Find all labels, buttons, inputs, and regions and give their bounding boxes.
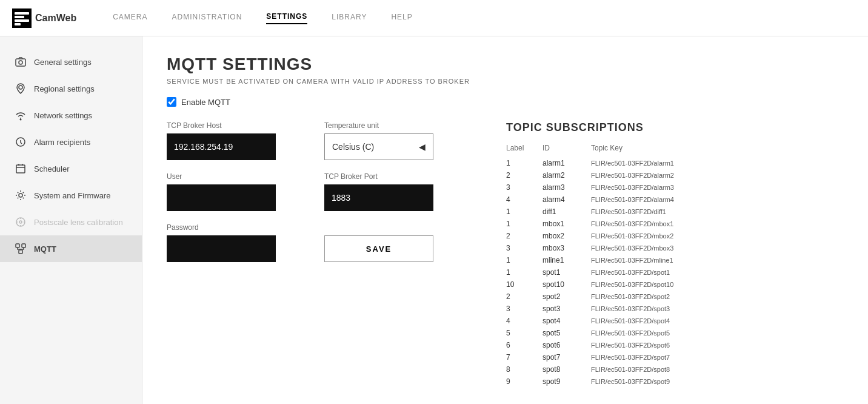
table-row: 10spot10FLIR/ec501-03FF2D/spot10 xyxy=(506,278,674,291)
table-row: 1spot1FLIR/ec501-03FF2D/spot1 xyxy=(506,266,674,278)
temp-unit-value: Celsius (C) xyxy=(332,142,374,152)
tcp-broker-host-group: TCP Broker Host xyxy=(167,121,300,160)
cell-label: 7 xyxy=(506,351,542,363)
cell-key: FLIR/ec501-03FF2D/spot7 xyxy=(591,351,674,363)
cell-key: FLIR/ec501-03FF2D/spot5 xyxy=(591,327,674,339)
sidebar-item-postscale-lens-calibration: Postscale lens calibration xyxy=(0,209,142,235)
svg-point-12 xyxy=(19,221,22,223)
cell-id: mline1 xyxy=(542,254,591,266)
topic-subscriptions-title: TOPIC SUBSCRIPTIONS xyxy=(506,121,674,134)
main-content: MQTT SETTINGS SERVICE MUST BE ACTIVATED … xyxy=(142,36,868,404)
tcp-broker-host-label: TCP Broker Host xyxy=(167,121,300,130)
cell-key: FLIR/ec501-03FF2D/spot6 xyxy=(591,339,674,351)
cell-key: FLIR/ec501-03FF2D/spot8 xyxy=(591,363,674,375)
cell-label: 1 xyxy=(506,157,542,169)
sidebar-item-regional-settings[interactable]: Regional settings xyxy=(0,75,142,102)
nav-item-help[interactable]: HELP xyxy=(391,13,412,24)
nav-item-settings[interactable]: SETTINGS xyxy=(266,12,307,24)
page-subtitle: SERVICE MUST BE ACTIVATED ON CAMERA WITH… xyxy=(167,78,844,85)
topic-table-header: Label ID Topic Key xyxy=(506,144,674,157)
svg-rect-15 xyxy=(19,250,22,254)
cell-label: 10 xyxy=(506,278,542,291)
cell-key: FLIR/ec501-03FF2D/alarm4 xyxy=(591,194,674,206)
password-input[interactable] xyxy=(167,235,276,262)
location-icon xyxy=(15,82,27,95)
table-row: 8spot8FLIR/ec501-03FF2D/spot8 xyxy=(506,363,674,375)
svg-point-7 xyxy=(20,119,21,120)
topic-subscriptions-section: TOPIC SUBSCRIPTIONS Label ID Topic Key 1… xyxy=(494,121,674,388)
cell-label: 5 xyxy=(506,327,542,339)
cell-label: 3 xyxy=(506,242,542,254)
tcp-broker-host-input[interactable] xyxy=(167,133,276,160)
svg-point-5 xyxy=(19,61,22,64)
svg-rect-2 xyxy=(15,19,29,22)
cell-label: 2 xyxy=(506,230,542,242)
cell-id: spot7 xyxy=(542,351,591,363)
table-row: 5spot5FLIR/ec501-03FF2D/spot5 xyxy=(506,327,674,339)
user-input[interactable] xyxy=(167,184,276,211)
page-title: MQTT SETTINGS xyxy=(167,55,844,74)
sidebar-item-label: MQTT xyxy=(34,244,56,254)
cell-label: 2 xyxy=(506,169,542,181)
sidebar-item-scheduler[interactable]: Scheduler xyxy=(0,155,142,182)
cell-id: alarm1 xyxy=(542,157,591,169)
nav-item-library[interactable]: LIBRARY xyxy=(332,13,367,24)
cell-id: mbox2 xyxy=(542,230,591,242)
cell-id: alarm3 xyxy=(542,181,591,194)
table-row: 3mbox3FLIR/ec501-03FF2D/mbox3 xyxy=(506,242,674,254)
password-group: Password xyxy=(167,223,300,262)
svg-point-6 xyxy=(19,86,22,89)
password-label: Password xyxy=(167,223,300,232)
sidebar-item-label: Alarm recipients xyxy=(34,138,90,147)
user-group: User xyxy=(167,172,300,211)
cell-label: 1 xyxy=(506,266,542,278)
cell-key: FLIR/ec501-03FF2D/spot4 xyxy=(591,315,674,327)
cell-key: FLIR/ec501-03FF2D/diff1 xyxy=(591,206,674,218)
svg-rect-3 xyxy=(15,23,21,25)
col-label: Label xyxy=(506,144,542,157)
table-row: 2spot2FLIR/ec501-03FF2D/spot2 xyxy=(506,291,674,303)
table-row: 2mbox2FLIR/ec501-03FF2D/mbox2 xyxy=(506,230,674,242)
temp-unit-select[interactable]: Celsius (C) ◀ xyxy=(324,133,433,160)
col-topic-key: Topic Key xyxy=(591,144,674,157)
svg-point-10 xyxy=(19,194,22,197)
cell-label: 1 xyxy=(506,254,542,266)
cell-key: FLIR/ec501-03FF2D/alarm3 xyxy=(591,181,674,194)
topic-subscriptions-table: Label ID Topic Key 1alarm1FLIR/ec501-03F… xyxy=(506,144,674,388)
logo-text: CamWeb xyxy=(35,13,76,24)
nav-item-camera[interactable]: CAMERA xyxy=(113,13,147,24)
sidebar: General settingsRegional settingsNetwork… xyxy=(0,36,142,404)
cell-id: alarm2 xyxy=(542,169,591,181)
tcp-broker-port-input[interactable] xyxy=(324,184,433,211)
cell-key: FLIR/ec501-03FF2D/spot3 xyxy=(591,303,674,315)
sidebar-item-label: General settings xyxy=(34,58,92,67)
alarm-icon xyxy=(15,136,27,148)
svg-rect-4 xyxy=(16,59,25,66)
enable-mqtt-checkbox[interactable] xyxy=(167,97,176,107)
table-row: 4spot4FLIR/ec501-03FF2D/spot4 xyxy=(506,315,674,327)
calibration-icon xyxy=(15,216,27,228)
table-row: 1mbox1FLIR/ec501-03FF2D/mbox1 xyxy=(506,218,674,230)
cell-label: 2 xyxy=(506,291,542,303)
cell-label: 4 xyxy=(506,194,542,206)
col-id: ID xyxy=(542,144,591,157)
sidebar-item-network-settings[interactable]: Network settings xyxy=(0,102,142,129)
tcp-broker-port-label: TCP Broker Port xyxy=(324,172,458,181)
sidebar-item-system-and-firmware[interactable]: System and Firmware xyxy=(0,182,142,209)
sidebar-item-alarm-recipients[interactable]: Alarm recipients xyxy=(0,129,142,155)
cell-id: alarm4 xyxy=(542,194,591,206)
chevron-left-icon: ◀ xyxy=(419,142,426,152)
cell-id: mbox3 xyxy=(542,242,591,254)
nav-item-administration[interactable]: ADMINISTRATION xyxy=(172,13,242,24)
sidebar-item-label: Postscale lens calibration xyxy=(34,218,123,227)
svg-rect-1 xyxy=(15,16,24,18)
save-button[interactable]: SAVE xyxy=(324,235,433,262)
sidebar-item-mqtt[interactable]: MQTT xyxy=(0,235,142,262)
sidebar-item-label: Network settings xyxy=(34,111,92,120)
sidebar-item-label: System and Firmware xyxy=(34,191,110,200)
table-row: 2alarm2FLIR/ec501-03FF2D/alarm2 xyxy=(506,169,674,181)
flir-logo-icon xyxy=(12,8,32,28)
cell-label: 9 xyxy=(506,375,542,388)
cell-id: diff1 xyxy=(542,206,591,218)
sidebar-item-general-settings[interactable]: General settings xyxy=(0,49,142,75)
